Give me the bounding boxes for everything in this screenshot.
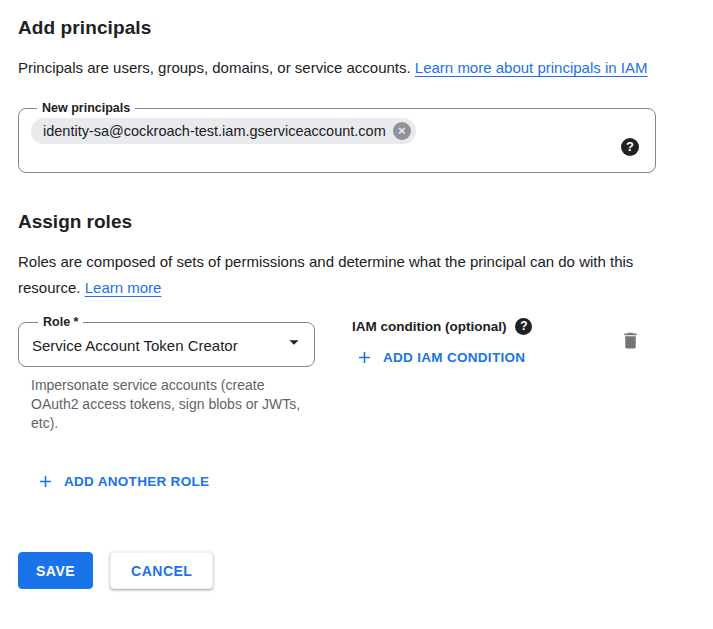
principals-description-text: Principals are users, groups, domains, o… [18, 59, 415, 76]
cancel-button[interactable]: CANCEL [110, 552, 213, 589]
role-column: Role * Service Account Token Creator Imp… [18, 315, 315, 433]
add-iam-condition-button[interactable]: ADD IAM CONDITION [355, 348, 525, 367]
iam-condition-label: IAM condition (optional) [352, 319, 506, 334]
trash-icon [620, 330, 641, 354]
role-select-label: Role * [38, 315, 83, 330]
role-helper-text: Impersonate service accounts (create OAu… [31, 376, 313, 433]
add-another-role-label: ADD ANOTHER ROLE [64, 474, 209, 489]
chip-remove-button[interactable]: × [393, 122, 411, 140]
learn-more-principals-link[interactable]: Learn more about principals in IAM [415, 59, 648, 76]
help-icon[interactable]: ? [515, 318, 532, 335]
learn-more-roles-link[interactable]: Learn more [85, 279, 162, 296]
role-select-value: Service Account Token Creator [32, 335, 238, 354]
add-principals-title: Add principals [18, 17, 695, 39]
add-principals-panel: Add principals Principals are users, gro… [0, 0, 713, 589]
iam-condition-column: IAM condition (optional) ? ADD IAM CONDI… [352, 315, 532, 371]
help-icon[interactable]: ? [621, 138, 639, 156]
principal-chip-text: identity-sa@cockroach-test.iam.gservicea… [43, 123, 386, 139]
assign-roles-title: Assign roles [18, 211, 695, 233]
roles-description: Roles are composed of sets of permission… [18, 249, 670, 301]
plus-icon [36, 472, 55, 491]
role-select[interactable]: Role * Service Account Token Creator [18, 315, 315, 367]
new-principals-label: New principals [37, 101, 135, 116]
save-button[interactable]: SAVE [18, 552, 93, 589]
delete-role-button[interactable] [620, 330, 641, 354]
chevron-down-icon [283, 331, 305, 357]
principals-description: Principals are users, groups, domains, o… [18, 55, 670, 81]
add-another-role-button[interactable]: ADD ANOTHER ROLE [36, 472, 209, 491]
plus-icon [355, 348, 374, 367]
iam-condition-label-row: IAM condition (optional) ? [352, 318, 532, 335]
actions-row: SAVE CANCEL [18, 552, 695, 589]
role-select-value-row[interactable]: Service Account Token Creator [32, 331, 305, 357]
close-icon: × [398, 122, 406, 140]
role-row: Role * Service Account Token Creator Imp… [18, 315, 695, 433]
principal-chip: identity-sa@cockroach-test.iam.gservicea… [31, 118, 416, 144]
add-iam-condition-label: ADD IAM CONDITION [383, 350, 525, 365]
new-principals-field[interactable]: New principals identity-sa@cockroach-tes… [18, 101, 656, 173]
